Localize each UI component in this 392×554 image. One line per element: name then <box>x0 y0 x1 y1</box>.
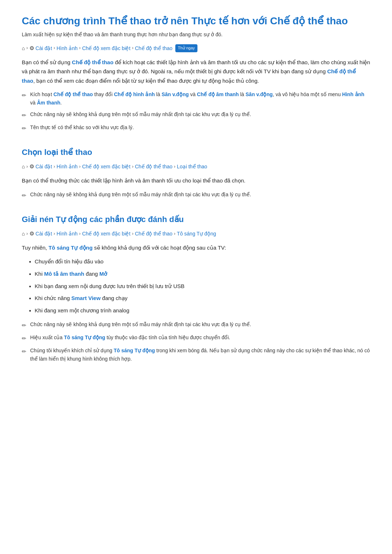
pencil-icon-s3-3: ✏ <box>22 347 26 356</box>
sep3-2: › <box>53 230 55 238</box>
gear-icon-2: ⚙ <box>29 162 34 171</box>
pencil-icon-2: ✏ <box>22 111 26 120</box>
bullet-text-1: Chuyển đổi tín hiệu đầu vào <box>35 257 103 266</box>
notes-list-2: ✏ Chức năng này sẽ không khả dụng trên m… <box>22 190 370 200</box>
bc3-chedobiet[interactable]: Chế độ xem đặc biệt <box>82 230 130 238</box>
sep3-1: › <box>26 230 28 238</box>
note2-text-1: Chức năng này sẽ không khả dụng trên một… <box>30 190 251 198</box>
link-motaamthanh[interactable]: Mô tả âm thanh <box>44 271 84 277</box>
try-badge[interactable]: Thử ngay <box>175 44 197 52</box>
breadcrumb-2: ⌂ › ⚙ Cài đặt › Hình ảnh › Chế độ xem đặ… <box>22 162 370 171</box>
link-tosang-3[interactable]: Tô sáng Tự động <box>114 348 155 353</box>
bc2-chedobiet[interactable]: Chế độ xem đặc biệt <box>82 163 130 171</box>
sep2-1: › <box>26 163 28 171</box>
link-chedohinhanh[interactable]: Chế độ hình ảnh <box>114 91 155 97</box>
gear-icon: ⚙ <box>29 44 34 53</box>
pencil-icon-s3-2: ✏ <box>22 334 26 343</box>
breadcrumb-chedobiet[interactable]: Chế độ xem đặc biệt <box>82 44 130 52</box>
note-text-3: Tên thực tế có thể khác so với khu vực đ… <box>30 123 134 131</box>
link-chedo-2[interactable]: Chế độ thể thao <box>22 68 356 84</box>
note-item-3: ✏ Tên thực tế có thể khác so với khu vực… <box>22 123 370 133</box>
link-tosang-1[interactable]: Tô sáng Tự động <box>49 245 93 251</box>
bc3-hinhanh[interactable]: Hình ảnh <box>57 230 78 238</box>
link-mo[interactable]: Mở <box>99 271 107 277</box>
pencil-icon-s2-1: ✏ <box>22 191 26 200</box>
breadcrumb-3: ⌂ › ⚙ Cài đặt › Hình ảnh › Chế độ xem đặ… <box>22 229 370 238</box>
bullet-text-3: Khi bạn đang xem nội dung được lưu trên … <box>35 282 185 291</box>
bullet-item-3: Khi bạn đang xem nội dung được lưu trên … <box>29 282 370 291</box>
link-tosang-2[interactable]: Tô sáng Tự động <box>64 335 105 340</box>
home-icon: ⌂ <box>22 44 25 52</box>
sep-4: › <box>132 44 133 52</box>
note-item-2: ✏ Chức năng này sẽ không khả dụng trên m… <box>22 110 370 120</box>
sep2-5: › <box>174 163 175 171</box>
bc3-chedothethao[interactable]: Chế độ thể thao <box>135 230 172 238</box>
notes-list-3: ✏ Chức năng này sẽ không khả dụng trên m… <box>22 320 370 363</box>
bc2-hinhanh[interactable]: Hình ảnh <box>57 163 78 171</box>
note-item-1: ✏ Kích hoạt Chế độ thể thao thay đổi Chế… <box>22 90 370 107</box>
note3-item-2: ✏ Hiệu xuất của Tô sáng Tự động tùy thuộ… <box>22 333 370 343</box>
bc2-chedothethao[interactable]: Chế độ thể thao <box>135 163 172 171</box>
section2-text: Bạn có thể thưởng thức các thiết lập hìn… <box>22 176 370 185</box>
link-chedo-1[interactable]: Chế độ thể thao <box>72 59 113 65</box>
link-sanvdong-1[interactable]: Sân v.động <box>162 91 189 97</box>
bullet-text-2: Khi Mô tả âm thanh đang Mở <box>35 270 107 278</box>
link-sanvdong-2[interactable]: Sân v.động <box>246 91 273 97</box>
page-title: Các chương trình Thể thao trở nên Thực t… <box>22 15 370 28</box>
link-smartview[interactable]: Smart View <box>72 295 101 301</box>
section3-title: Giải nén Tự động các phần được đánh dấu <box>22 213 370 226</box>
sep3-4: › <box>132 230 133 238</box>
link-chedoamthanh[interactable]: Chế độ âm thanh <box>197 91 239 97</box>
bc3-settings[interactable]: Cài đặt <box>36 230 52 238</box>
bullet-item-4: Khi chức năng Smart View đang chạy <box>29 294 370 303</box>
home-icon-3: ⌂ <box>22 230 25 238</box>
sep-3: › <box>79 44 81 52</box>
pencil-icon-1: ✏ <box>22 91 26 100</box>
home-icon-2: ⌂ <box>22 163 25 171</box>
page-subtitle: Làm xuất hiện sự kiện thể thao và âm tha… <box>22 30 370 38</box>
bullet-item-5: Khi đang xem một chương trình analog <box>29 306 370 316</box>
note3-text-1: Chức năng này sẽ không khả dụng trên một… <box>30 320 251 328</box>
breadcrumb-chedothethao[interactable]: Chế độ thể thao <box>135 44 172 52</box>
sep2-3: › <box>79 163 81 171</box>
note-text-1: Kích hoạt Chế độ thể thao thay đổi Chế đ… <box>30 90 370 107</box>
note2-item-1: ✏ Chức năng này sẽ không khả dụng trên m… <box>22 190 370 200</box>
breadcrumb-hinhanh[interactable]: Hình ảnh <box>57 44 78 52</box>
breadcrumb-1: ⌂ › ⚙ Cài đặt › Hình ảnh › Chế độ xem đặ… <box>22 44 370 53</box>
notes-list-1: ✏ Kích hoạt Chế độ thể thao thay đổi Chế… <box>22 90 370 133</box>
note3-item-3: ✏ Chúng tôi khuyến khích chỉ sử dụng Tô … <box>22 346 370 363</box>
bullet-text-4: Khi chức năng Smart View đang chạy <box>35 294 128 303</box>
note3-text-3: Chúng tôi khuyến khích chỉ sử dụng Tô sá… <box>30 346 370 363</box>
section2-title: Chọn loại thể thao <box>22 146 370 159</box>
sep2-2: › <box>53 163 55 171</box>
pencil-icon-s3-1: ✏ <box>22 321 26 330</box>
link-amthanh[interactable]: Âm thanh <box>37 100 61 106</box>
breadcrumb-settings[interactable]: Cài đặt <box>36 44 52 52</box>
link-hinhanh[interactable]: Hình ảnh <box>342 91 364 97</box>
bc2-settings[interactable]: Cài đặt <box>36 163 52 171</box>
sep2-4: › <box>132 163 133 171</box>
note3-text-2: Hiệu xuất của Tô sáng Tự động tùy thuộc … <box>30 333 230 341</box>
sep3-3: › <box>79 230 81 238</box>
sep3-5: › <box>174 230 175 238</box>
gear-icon-3: ⚙ <box>29 229 34 238</box>
bullet-item-1: Chuyển đổi tín hiệu đầu vào <box>29 257 370 267</box>
sep-2: › <box>53 44 55 52</box>
sep-1: › <box>26 44 28 52</box>
section3-intro: Tuy nhiên, Tô sáng Tự động sẽ không khả … <box>22 243 370 253</box>
note3-item-1: ✏ Chức năng này sẽ không khả dụng trên m… <box>22 320 370 330</box>
bullet-list-3: Chuyển đổi tín hiệu đầu vào Khi Mô tả âm… <box>29 257 370 315</box>
note-text-2: Chức năng này sẽ không khả dụng trên một… <box>30 110 251 118</box>
bc2-loaithethao[interactable]: Loại thể thao <box>177 163 207 171</box>
pencil-icon-3: ✏ <box>22 124 26 133</box>
link-chedothethao-note[interactable]: Chế độ thể thao <box>53 91 93 97</box>
bc3-tosangtudong[interactable]: Tô sáng Tự động <box>177 230 216 238</box>
bullet-item-2: Khi Mô tả âm thanh đang Mở <box>29 270 370 279</box>
intro-paragraph: Bạn có thể sử dụng Chế độ thể thao để kí… <box>22 58 370 86</box>
bullet-text-5: Khi đang xem một chương trình analog <box>35 306 130 315</box>
